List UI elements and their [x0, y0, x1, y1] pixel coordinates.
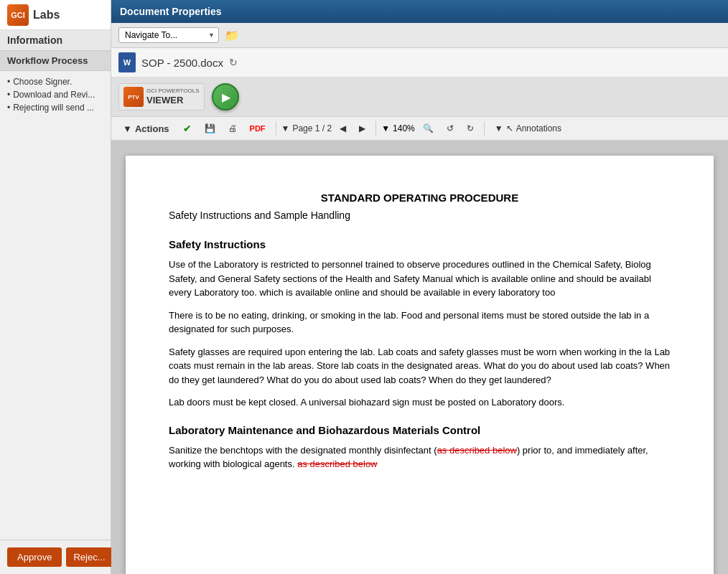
print-icon: 🖨 — [228, 123, 237, 133]
viewer-area: PTV GCI POWERTOOLS VIEWER ▶ — [111, 77, 728, 117]
doc-main-title: STANDARD OPERATING PROCEDURE — [169, 192, 671, 204]
strikethrough-text-1: as described below — [437, 445, 517, 456]
info-label: Information — [7, 34, 62, 46]
zoom-section: ▼ 140% 🔍 ↺ ↻ — [381, 121, 479, 136]
logo-text: Labs — [33, 9, 60, 22]
page-nav: ▼ Page 1 / 2 ◀ ▶ — [281, 121, 371, 136]
annotations-button[interactable]: ▼ ↖ Annotations — [490, 121, 566, 136]
app-logo: GCI Labs — [0, 0, 111, 30]
doc-properties-title: Document Properties — [120, 6, 222, 17]
next-page-button[interactable]: ▶ — [354, 121, 370, 136]
logo-abbr: GCI — [11, 11, 25, 19]
sidebar: GCI Labs Information Workflow Process Ch… — [0, 0, 111, 574]
zoom-in-button[interactable]: 🔍 — [418, 121, 439, 136]
approve-button[interactable]: Approve — [7, 547, 62, 567]
cursor-icon: ↖ — [506, 123, 513, 133]
filename-text: SOP - 2500.docx — [141, 57, 223, 69]
list-item: Download and Revi... — [7, 90, 103, 100]
logo-icon: GCI — [7, 4, 29, 26]
navigate-select-wrapper[interactable]: Navigate To... — [118, 27, 219, 43]
navigate-select[interactable]: Navigate To... — [118, 27, 219, 43]
document-properties-header: Document Properties — [111, 0, 728, 23]
doc-paragraph-3: Safety glasses are required upon enterin… — [169, 345, 671, 387]
refresh-icon[interactable]: ↻ — [229, 57, 238, 68]
doc-paragraph-2: There is to be no eating, drinking, or s… — [169, 309, 671, 337]
zoom-level: 140% — [393, 123, 415, 133]
filename-row: W SOP - 2500.docx ↻ — [111, 48, 728, 77]
ptv-logo: PTV GCI POWERTOOLS VIEWER — [118, 83, 205, 110]
section-heading-text: Safety Instructions — [169, 238, 266, 250]
doc-subtitle: Safety Instructions and Sample Handling — [169, 210, 671, 221]
play-icon: ▶ — [222, 90, 230, 104]
document-toolbar: ▼ Actions ✔ 💾 🖨 PDF ▼ Page 1 / 2 ◀ ▶ ▼ 1… — [111, 117, 728, 141]
toolbar-separator-2 — [375, 121, 376, 136]
save-button[interactable]: 💾 — [200, 121, 220, 136]
sidebar-items-list: Choose Signer. Download and Revi... Reje… — [0, 71, 111, 540]
doc-paragraph-1: Use of the Laboratory is restricted to p… — [169, 258, 671, 300]
folder-icon[interactable]: 📁 — [225, 29, 239, 42]
pdf-button[interactable]: PDF — [245, 121, 271, 136]
doc-paragraph-4: Lab doors must be kept closed. A univers… — [169, 395, 671, 410]
sidebar-info-section: Information — [0, 30, 111, 51]
actions-button[interactable]: ▼ Actions — [117, 121, 175, 137]
play-button[interactable]: ▶ — [212, 83, 239, 110]
workflow-label: Workflow Process — [7, 55, 88, 66]
annotations-dropdown-arrow: ▼ — [495, 123, 503, 133]
annotations-label: Annotations — [516, 123, 561, 133]
word-icon: W — [118, 52, 136, 72]
actions-dropdown-arrow: ▼ — [123, 123, 132, 134]
checkmark-icon: ✔ — [183, 123, 192, 134]
main-content: Document Properties Navigate To... 📁 W S… — [111, 0, 728, 574]
section-title-lab-maintenance: Laboratory Maintenance and Biohazardous … — [169, 424, 671, 436]
checkmark-button[interactable]: ✔ — [178, 120, 197, 137]
list-item-text: Download and Revi... — [13, 90, 95, 100]
ptv-abbr-text: PTV — [128, 94, 139, 100]
reject-button[interactable]: Rejec... — [66, 547, 112, 567]
page-label: Page 1 / 2 — [292, 123, 332, 133]
section-title-safety: Safety Instructions — [169, 238, 671, 250]
ptv-logo-icon: PTV — [123, 87, 144, 107]
list-item: Rejecting will send ... — [7, 103, 103, 113]
toolbar-separator-3 — [484, 121, 485, 136]
document-content[interactable]: STANDARD OPERATING PROCEDURE Safety Inst… — [111, 141, 728, 574]
actions-label: Actions — [135, 123, 169, 134]
toolbar-separator-1 — [276, 121, 276, 136]
navigate-toolbar: Navigate To... 📁 — [111, 23, 728, 48]
rotate-right-button[interactable]: ↻ — [462, 121, 479, 136]
save-icon: 💾 — [205, 123, 215, 133]
sidebar-workflow-section: Workflow Process — [0, 51, 111, 71]
list-item-text: Choose Signer. — [13, 77, 72, 87]
action-buttons: Approve Rejec... — [0, 540, 111, 574]
viewer-brand-text: GCI POWERTOOLS — [146, 88, 200, 95]
zoom-dropdown-arrow: ▼ — [381, 123, 390, 133]
strikethrough-text-2: as described below — [297, 458, 377, 469]
print-button[interactable]: 🖨 — [223, 121, 242, 136]
rotate-left-button[interactable]: ↺ — [442, 121, 459, 136]
list-item: Choose Signer. — [7, 77, 103, 87]
document-page: STANDARD OPERATING PROCEDURE Safety Inst… — [126, 156, 714, 574]
page-nav-arrow: ▼ — [281, 123, 290, 133]
prev-page-button[interactable]: ◀ — [335, 121, 351, 136]
pdf-icon: PDF — [250, 124, 266, 133]
ptv-logo-text: GCI POWERTOOLS VIEWER — [146, 88, 200, 105]
rejecting-item-text: Rejecting will send ... — [13, 103, 94, 113]
doc-paragraph-5: Sanitize the benchtops with the designat… — [169, 443, 671, 471]
viewer-name-text: VIEWER — [146, 95, 200, 106]
